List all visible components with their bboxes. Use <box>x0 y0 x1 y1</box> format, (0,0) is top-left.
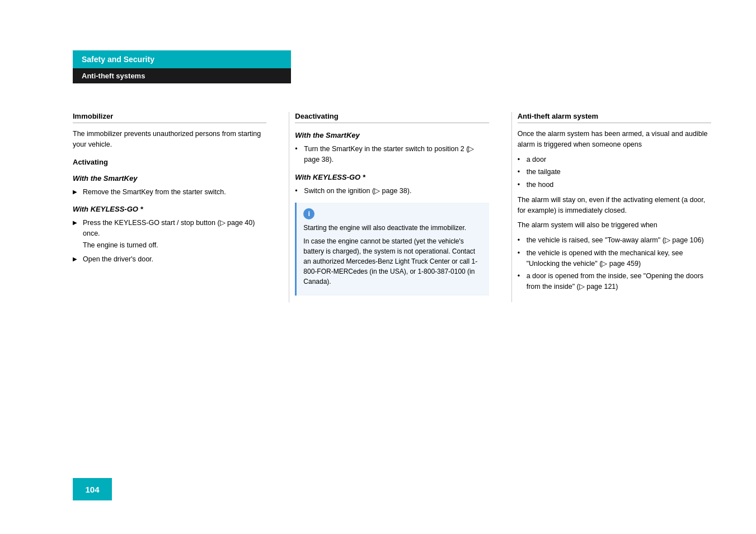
activating-heading: Activating <box>73 158 266 166</box>
alarm-bullet6: a door is opened from the inside, see "O… <box>518 271 711 292</box>
divider-2 <box>511 112 512 302</box>
keylessgo-step1: Press the KEYLESS-GO start / stop button… <box>73 218 266 250</box>
col-alarm: Anti-theft alarm system Once the alarm s… <box>518 112 711 302</box>
info-box: i Starting the engine will also deactiva… <box>295 203 489 296</box>
alarm-bullet3: the hood <box>518 180 711 190</box>
info-icon: i <box>303 208 314 219</box>
header-black-bar: Anti-theft systems <box>73 68 291 83</box>
info-para2: In case the engine cannot be started (ye… <box>303 236 482 287</box>
keylessgo-deactivate-step1: Switch on the ignition (▷ page 38). <box>295 186 489 196</box>
alarm-bullet2: the tailgate <box>518 167 711 177</box>
deactivating-heading: Deactivating <box>295 112 489 123</box>
page-number-box: 104 <box>73 478 112 500</box>
keylessgo-activating-list: Press the KEYLESS-GO start / stop button… <box>73 218 266 264</box>
keylessgo-step1-sub: The engine is turned off. <box>83 240 266 251</box>
divider-1 <box>289 112 289 302</box>
alarm-intro: Once the alarm system has been armed, a … <box>518 129 711 150</box>
info-para1: Starting the engine will also deactivate… <box>303 223 482 233</box>
with-keylessgo-heading-col1: With KEYLESS-GO * <box>73 205 266 213</box>
keylessgo-step2: Open the driver's door. <box>73 254 266 265</box>
alarm-para2: The alarm system will also be triggered … <box>518 220 711 231</box>
header-area: Safety and Security Anti-theft systems <box>73 50 291 83</box>
smartkey-deactivate-step1: Turn the SmartKey in the starter switch … <box>295 144 489 165</box>
alarm-bullet5: the vehicle is opened with the mechanica… <box>518 248 711 269</box>
alarm-trigger-list: the vehicle is raised, see "Tow-away ala… <box>518 235 711 292</box>
content-area: Immobilizer The immobilizer prevents una… <box>73 112 711 302</box>
header-teal-bar: Safety and Security <box>73 50 291 68</box>
col-immobilizer: Immobilizer The immobilizer prevents una… <box>73 112 283 302</box>
alarm-open-list: a door the tailgate the hood <box>518 154 711 190</box>
alarm-bullet1: a door <box>518 154 711 165</box>
immobilizer-heading: Immobilizer <box>73 112 266 123</box>
with-keylessgo-heading-col2: With KEYLESS-GO * <box>295 173 489 181</box>
subsection-title: Anti-theft systems <box>82 72 145 80</box>
alarm-heading: Anti-theft alarm system <box>518 112 711 123</box>
immobilizer-intro: The immobilizer prevents unauthorized pe… <box>73 129 266 150</box>
with-smartkey-heading-col2: With the SmartKey <box>295 131 489 139</box>
alarm-para1: The alarm will stay on, even if the acti… <box>518 195 711 216</box>
section-title: Safety and Security <box>82 55 154 64</box>
page-number: 104 <box>85 485 99 494</box>
alarm-bullet4: the vehicle is raised, see "Tow-away ala… <box>518 235 711 246</box>
with-smartkey-heading-col1: With the SmartKey <box>73 174 266 182</box>
page: Safety and Security Anti-theft systems I… <box>0 0 756 534</box>
col-deactivating: Deactivating With the SmartKey Turn the … <box>295 112 505 302</box>
smartkey-step1: Remove the SmartKey from the starter swi… <box>73 187 266 198</box>
smartkey-activating-list: Remove the SmartKey from the starter swi… <box>73 187 266 198</box>
keylessgo-deactivating-list: Switch on the ignition (▷ page 38). <box>295 186 489 196</box>
smartkey-deactivating-list: Turn the SmartKey in the starter switch … <box>295 144 489 165</box>
